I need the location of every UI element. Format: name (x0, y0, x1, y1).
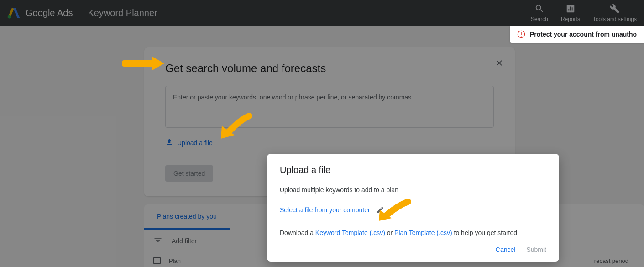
dialog-title: Upload a file (280, 165, 546, 175)
upload-file-dialog: Upload a file Upload multiple keywords t… (267, 154, 559, 262)
notification-text: Protect your account from unautho (530, 31, 637, 38)
annotation-arrow-1 (122, 53, 168, 73)
download-templates-text: Download a Keyword Template (.csv) or Pl… (280, 228, 546, 238)
cancel-button[interactable]: Cancel (496, 246, 516, 253)
alert-circle-icon (517, 30, 525, 38)
dialog-actions: Cancel Submit (280, 246, 546, 253)
plan-template-link[interactable]: Plan Template (.csv) (394, 229, 452, 236)
svg-rect-2 (521, 32, 522, 35)
annotation-arrow-3 (376, 198, 412, 222)
select-file-link[interactable]: Select a file from your computer (280, 206, 370, 214)
download-prefix: Download a (280, 229, 315, 236)
annotation-arrow-2 (217, 112, 254, 141)
download-suffix: to help you get started (452, 229, 517, 236)
submit-button[interactable]: Submit (526, 246, 546, 253)
account-protection-notification[interactable]: Protect your account from unautho (510, 26, 644, 43)
download-or: or (385, 229, 394, 236)
select-file-row: Select a file from your computer (280, 204, 546, 215)
svg-rect-3 (521, 36, 522, 37)
keyword-template-link[interactable]: Keyword Template (.csv) (315, 229, 385, 236)
dialog-description: Upload multiple keywords to add to a pla… (280, 186, 546, 194)
